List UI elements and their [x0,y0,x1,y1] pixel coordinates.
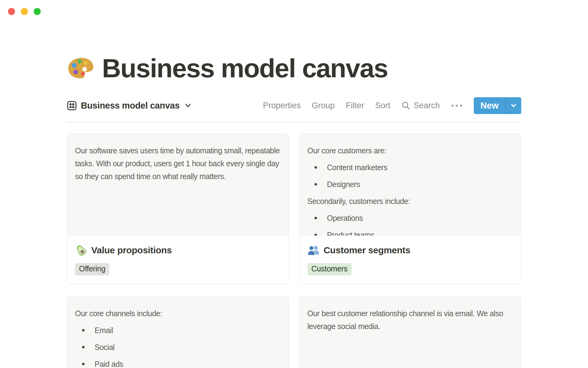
bullet-icon [315,234,317,236]
gallery-card[interactable]: Our core customers are:Content marketers… [300,133,522,284]
card-icon-slot [307,244,320,256]
search-button[interactable]: Search [401,101,440,110]
minimize-window-button[interactable] [21,8,28,15]
card-title: Customer segments [324,245,410,255]
view-switcher[interactable]: Business model canvas [67,101,192,111]
bullet-icon [82,346,85,348]
filter-button[interactable]: Filter [346,101,364,110]
view-menu: Properties Group Filter Sort Search New [263,97,521,114]
toolbar-divider [67,122,521,123]
preview-bullet-item: Email [75,324,285,337]
card-title: Value propositions [91,245,172,255]
card-icon-slot [75,244,87,256]
properties-button[interactable]: Properties [263,101,301,110]
more-options-button[interactable] [451,105,463,107]
zoom-window-button[interactable] [34,8,41,15]
gallery-card[interactable]: Our software saves users time by automat… [67,133,289,284]
close-window-button[interactable] [8,8,15,15]
search-icon [401,101,411,110]
preview-paragraph: Our software saves users time by automat… [75,144,285,183]
new-button[interactable]: New [474,97,505,114]
palette-icon [67,56,95,80]
preview-bullet-item: Social [75,341,285,354]
page-title: Business model canvas [102,53,388,83]
preview-paragraph: Our core channels include: [75,307,285,320]
view-toolbar: Business model canvas Properties Group F… [67,97,521,114]
chevron-down-icon [510,102,517,109]
card-preview: Our core customers are:Content marketers… [300,134,521,236]
preview-bullet-item: Paid ads [75,358,285,368]
card-footer: Customer segments Customers [300,236,521,275]
preview-bullet-item: Designers [307,178,517,191]
window-controls [8,8,41,15]
chevron-down-icon [184,102,192,109]
page-title-row: Business model canvas [67,54,521,82]
new-button-dropdown[interactable] [506,97,521,114]
preview-paragraph: Our core customers are: [307,144,517,157]
busts-in-silhouette-icon [307,244,320,256]
new-split-button: New [474,97,521,114]
preview-bullet-item: Content marketers [307,161,517,174]
gallery-grid: Our software saves users time by automat… [67,133,521,368]
bullet-icon [315,217,317,219]
gallery-view-icon [67,101,77,110]
card-tag: Offering [75,263,109,275]
preview-paragraph: Our best customer relationship channel i… [307,307,517,333]
page: Business model canvas Business model can… [67,0,521,368]
view-name: Business model canvas [81,101,180,111]
bullet-icon [82,363,85,365]
avocado-icon [75,244,87,256]
ellipsis-icon [451,105,454,107]
bullet-icon [82,329,85,332]
gallery-card[interactable]: Our best customer relationship channel i… [300,296,522,368]
card-preview: Our core channels include:EmailSocialPai… [67,297,289,368]
card-preview: Our best customer relationship channel i… [300,297,521,368]
sort-button[interactable]: Sort [375,101,390,110]
preview-paragraph: Secondarily, customers include: [307,195,517,208]
search-label: Search [413,101,440,110]
group-button[interactable]: Group [312,101,335,110]
gallery-card[interactable]: Our core channels include:EmailSocialPai… [67,296,289,368]
preview-bullet-item: Product teams [307,228,517,236]
bullet-icon [315,183,317,186]
card-tag: Customers [307,263,352,275]
preview-bullet-item: Operations [307,212,517,224]
card-preview: Our software saves users time by automat… [67,134,289,236]
card-footer: Value propositions Offering [67,236,289,275]
bullet-icon [315,166,317,169]
